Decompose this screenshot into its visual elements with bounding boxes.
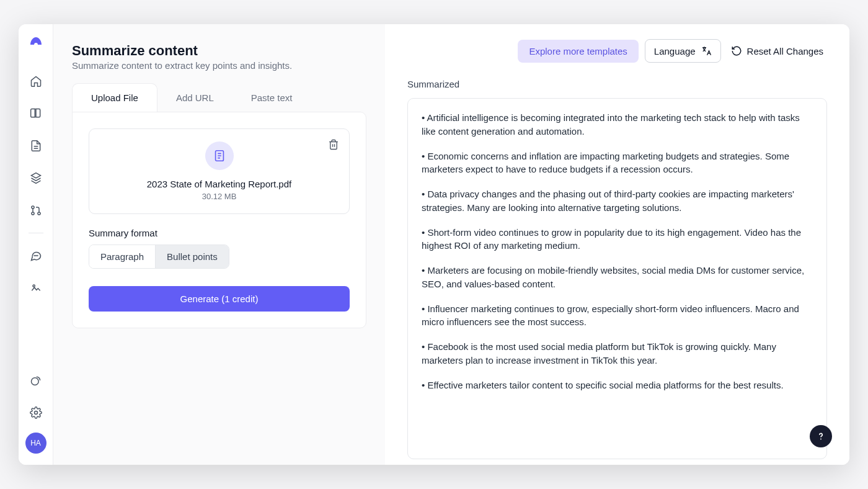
home-icon[interactable] (24, 69, 48, 94)
file-size: 30.12 MB (102, 192, 337, 201)
document-icon[interactable] (24, 133, 48, 158)
summary-bullet: • Economic concerns and inflation are im… (422, 150, 813, 177)
tab-paste-text[interactable]: Paste text (232, 83, 311, 112)
reset-icon (731, 45, 742, 56)
svg-point-3 (34, 256, 35, 256)
summary-bullet: • Short-form video continues to grow in … (422, 226, 813, 253)
logo-icon (29, 35, 43, 50)
delete-file-icon[interactable] (328, 139, 339, 153)
format-bullets-button[interactable]: Bullet points (155, 245, 229, 268)
output-box[interactable]: • Artificial intelligence is becoming in… (407, 98, 827, 459)
layers-icon[interactable] (24, 166, 48, 191)
summary-bullet: • Data privacy changes and the phasing o… (422, 187, 813, 215)
file-type-icon (205, 141, 234, 170)
file-name: 2023 State of Marketing Report.pdf (102, 179, 337, 189)
svg-point-4 (35, 256, 36, 256)
book-icon[interactable] (24, 101, 48, 126)
format-segmented: Paragraph Bullet points (89, 244, 229, 269)
upload-card: 2023 State of Marketing Report.pdf 30.12… (72, 112, 366, 328)
language-button[interactable]: Language (645, 39, 721, 63)
app-frame: HA Summarize content Summarize content t… (19, 24, 849, 465)
avatar[interactable]: HA (25, 433, 46, 454)
uploaded-file-box: 2023 State of Marketing Report.pdf 30.12… (89, 128, 350, 214)
summary-bullet: • Effective marketers tailor content to … (422, 379, 813, 392)
svg-point-2 (37, 212, 40, 215)
tab-upload-file[interactable]: Upload File (72, 83, 157, 112)
chat-icon[interactable] (24, 243, 48, 268)
tab-add-url[interactable]: Add URL (157, 83, 232, 112)
summary-bullet: • Facebook is the most used social media… (422, 340, 813, 367)
page-subtitle: Summarize content to extract key points … (72, 60, 366, 71)
svg-point-8 (34, 411, 37, 415)
svg-point-0 (31, 206, 33, 209)
summary-bullet: • Marketers are focusing on mobile-frien… (422, 264, 813, 291)
output-title: Summarized (407, 79, 827, 89)
output-section: Summarized • Artificial intelligence is … (407, 79, 827, 465)
svg-point-10 (820, 439, 822, 440)
right-panel: Explore more templates Language Reset Al… (385, 24, 849, 465)
sidebar-divider (29, 233, 43, 233)
summary-format-label: Summary format (89, 228, 350, 238)
help-fab[interactable] (810, 425, 832, 447)
pull-request-icon[interactable] (24, 198, 48, 223)
input-tabs: Upload File Add URL Paste text (72, 83, 366, 112)
circle-icon[interactable] (24, 368, 48, 393)
summary-bullet: • Influencer marketing continues to grow… (422, 302, 813, 330)
language-label: Language (654, 46, 696, 56)
svg-point-1 (31, 212, 33, 215)
generate-button[interactable]: Generate (1 credit) (89, 286, 350, 312)
svg-point-7 (31, 378, 38, 385)
reset-button[interactable]: Reset All Changes (727, 39, 827, 63)
svg-point-6 (33, 285, 35, 287)
translate-icon (701, 45, 712, 56)
sidebar: HA (19, 24, 53, 465)
format-paragraph-button[interactable]: Paragraph (89, 245, 155, 268)
gear-icon[interactable] (24, 400, 48, 425)
page-title: Summarize content (72, 43, 366, 59)
image-icon[interactable] (24, 276, 48, 300)
left-panel: Summarize content Summarize content to e… (53, 24, 385, 465)
explore-templates-button[interactable]: Explore more templates (518, 40, 638, 63)
topbar: Explore more templates Language Reset Al… (407, 39, 827, 63)
question-icon (815, 431, 826, 442)
svg-point-5 (37, 256, 38, 256)
summary-bullet: • Artificial intelligence is becoming in… (422, 111, 813, 138)
reset-label: Reset All Changes (747, 46, 823, 56)
